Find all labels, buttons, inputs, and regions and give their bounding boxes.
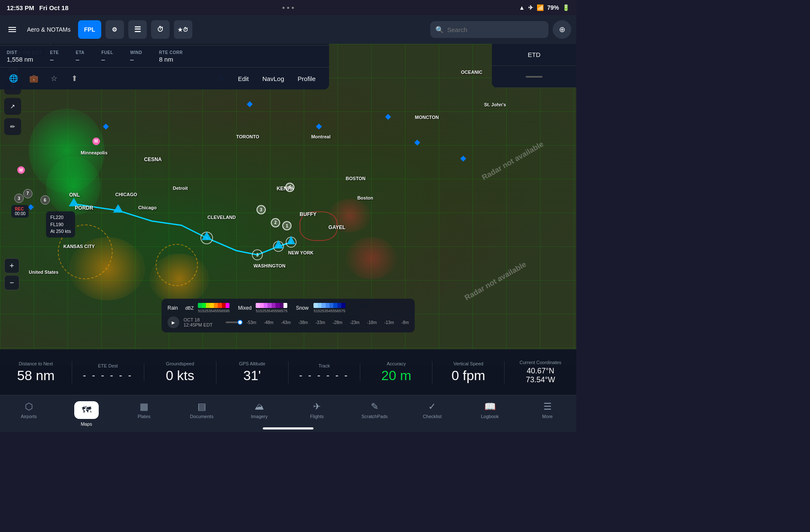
timeline-track[interactable] xyxy=(226,321,243,323)
wifi-icon: 📶 xyxy=(537,4,544,11)
svg-text:3: 3 xyxy=(256,253,259,257)
layers-view-btn[interactable]: ☰ xyxy=(128,20,147,39)
telem-gps-alt: GPS Altitude 31' xyxy=(216,361,289,383)
location-icon: ▲ xyxy=(519,4,525,11)
star-timer-btn[interactable]: ★⏱ xyxy=(174,20,192,39)
flights-label: Flights xyxy=(310,414,324,419)
tl-2: -48m xyxy=(264,320,273,325)
handle-area xyxy=(492,66,576,88)
fl190: FL190 xyxy=(50,221,71,228)
nav-checklist[interactable]: ✓ Checklist xyxy=(403,400,461,421)
rain-num-7: 65 xyxy=(221,309,225,313)
nav-flights[interactable]: ✈ Flights xyxy=(288,400,346,421)
drag-handle xyxy=(526,76,543,78)
tl-6: -28m xyxy=(333,320,343,325)
weather-red-2 xyxy=(346,237,397,279)
label-washington: WASHINGTON xyxy=(254,263,286,268)
svg-marker-9 xyxy=(273,240,284,248)
speed-label: At 250 kts xyxy=(50,228,71,235)
compass-btn[interactable]: ⊕ xyxy=(553,20,571,39)
airports-label: Airports xyxy=(21,414,37,419)
app-name[interactable]: Aero & NOTAMs xyxy=(24,26,74,33)
route-btn[interactable]: ↗ xyxy=(4,98,21,115)
nav-maps[interactable]: 🗺 Maps xyxy=(58,400,116,428)
tl-4: -38m xyxy=(298,320,308,325)
label-oceanic: OCEANIC xyxy=(461,70,483,75)
search-input[interactable] xyxy=(447,26,543,33)
tl-8: -18m xyxy=(367,320,377,325)
telem-dist-next: Distance to Next 58 nm xyxy=(0,361,72,383)
dbz-label: dBZ xyxy=(185,305,194,311)
tl-3: -43m xyxy=(281,320,291,325)
svg-text:1: 1 xyxy=(290,240,292,245)
search-wrap: 🔍 xyxy=(430,21,548,38)
map-area[interactable]: 1 2 3 4 TORONTO CHICAGO xyxy=(0,44,576,366)
svg-text:4: 4 xyxy=(205,236,208,240)
status-bar: 12:53 PM Fri Oct 18 ▲ ✈ 📶 79% 🔋 xyxy=(0,0,576,15)
nav-plates[interactable]: ▦ Plates xyxy=(115,400,173,421)
navlog-btn[interactable]: NavLog xyxy=(256,68,291,89)
globe-icon[interactable]: 🌐 xyxy=(7,72,20,85)
map-marker-1: 1 xyxy=(282,221,292,230)
telem-track: Track - - - - - - xyxy=(289,363,361,381)
bottom-telemetry: Distance to Next 58 nm ETE Dest - - - - … xyxy=(0,349,576,395)
fpl-btn[interactable]: FPL xyxy=(78,20,101,39)
gayel-label: GAYEL xyxy=(329,224,346,230)
label-stjohns: St. John's xyxy=(484,102,506,107)
logbook-label: Logbook xyxy=(481,414,499,419)
nav-more[interactable]: ☰ More xyxy=(518,400,576,421)
status-time: 12:53 PM xyxy=(7,4,34,11)
etd-btn[interactable]: ETD xyxy=(492,44,576,66)
play-btn[interactable]: ▶ xyxy=(167,316,179,328)
timeline-info: OCT 18 12:45PM EDT xyxy=(184,317,221,327)
zoom-in-btn[interactable]: + xyxy=(4,258,19,273)
altitude-box: FL220 FL190 At 250 kts xyxy=(46,211,75,238)
diamond-8 xyxy=(103,124,109,130)
svg-point-0 xyxy=(286,237,296,247)
share-icon[interactable]: ⬆ xyxy=(68,72,81,85)
stat-ete: ETE – xyxy=(50,50,59,63)
fl220: FL220 xyxy=(50,214,71,221)
airports-icon: ⬡ xyxy=(25,401,33,412)
timeline-labels: -53m -48m -43m -38m -33m -28m -23m -18m … xyxy=(247,320,409,325)
nav-documents[interactable]: ▤ Documents xyxy=(173,400,231,421)
label-minneapolis: Minneapolis xyxy=(81,150,108,155)
fpl-action-btns: Edit NavLog Profile xyxy=(231,68,322,89)
nav-logbook[interactable]: 📖 Logbook xyxy=(461,400,519,421)
label-detroit: Detroit xyxy=(173,186,188,191)
plates-icon: ▦ xyxy=(140,401,148,412)
profile-btn[interactable]: Profile xyxy=(291,68,322,89)
settings-btn[interactable]: ⚙ xyxy=(105,20,124,39)
star-icon[interactable]: ☆ xyxy=(47,72,61,85)
svg-marker-10 xyxy=(202,232,212,240)
nav-imagery[interactable]: ⛰ Imagery xyxy=(230,400,288,421)
layers-btn[interactable] xyxy=(5,24,19,35)
label-moncton: MONCTON xyxy=(415,115,439,120)
status-day: Fri Oct 18 xyxy=(39,4,68,11)
imagery-icon: ⛰ xyxy=(255,401,264,412)
radar-na-1: Radar not available xyxy=(480,140,545,183)
zoom-out-btn[interactable]: − xyxy=(4,275,19,290)
timer-btn[interactable]: ⏱ xyxy=(151,20,170,39)
briefcase-icon[interactable]: 💼 xyxy=(27,72,40,85)
stat-rte-corr: RTE CORR 8 nm xyxy=(159,50,183,63)
stat-wind: WIND – xyxy=(130,50,142,63)
svg-marker-11 xyxy=(113,204,123,213)
label-chicago2: Chicago xyxy=(138,205,157,210)
checklist-label: Checklist xyxy=(423,414,442,419)
diamond-7 xyxy=(28,204,34,210)
maps-active-bg: 🗺 xyxy=(74,401,99,419)
pencil-btn[interactable]: ✏ xyxy=(4,118,21,135)
timeline-time: 12:45PM EDT xyxy=(184,322,221,327)
edit-btn[interactable]: Edit xyxy=(231,68,256,89)
svg-point-2 xyxy=(273,241,284,251)
battery-icon: 🔋 xyxy=(562,4,570,11)
checklist-icon: ✓ xyxy=(428,401,436,412)
nav-scratchpads[interactable]: ✎ ScratchPads xyxy=(346,400,404,421)
telem-coords: Current Coordinates 40.67°N73.54°W xyxy=(505,360,576,384)
nav-airports[interactable]: ⬡ Airports xyxy=(0,400,58,421)
m-marker-1: M xyxy=(92,138,100,145)
rain-label: Rain xyxy=(167,305,183,311)
dotted-circle-2 xyxy=(156,244,198,286)
map-circle-3: 3 xyxy=(14,194,24,203)
